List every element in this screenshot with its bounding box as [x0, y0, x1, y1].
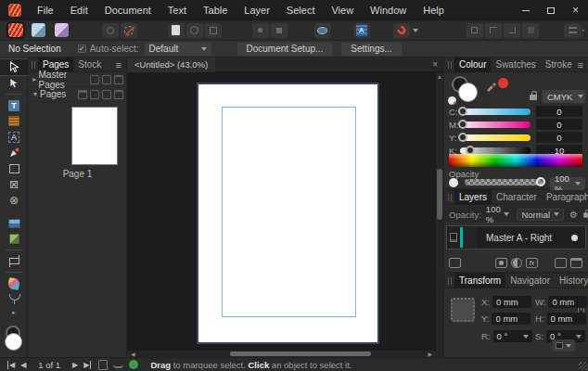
fill-stroke-selector[interactable]	[0, 326, 28, 359]
window-resize-grip[interactable]	[579, 362, 587, 370]
preview-mode-button[interactable]	[314, 23, 331, 38]
delete-page-icon[interactable]	[114, 90, 123, 99]
snapping-options-chevron-icon[interactable]	[413, 29, 418, 32]
black-slider[interactable]	[460, 147, 530, 154]
frame-text-tool[interactable]: T	[0, 97, 28, 113]
tab-character[interactable]: Character	[492, 190, 542, 205]
designer-persona-button[interactable]	[32, 23, 45, 37]
mask-layer-icon[interactable]	[495, 258, 507, 268]
apply-master-icon[interactable]	[78, 90, 87, 99]
w-input[interactable]: 0 mm	[548, 296, 587, 308]
fill-swatch[interactable]	[5, 333, 22, 351]
add-page-icon[interactable]	[90, 90, 99, 99]
sync-icon[interactable]	[113, 362, 123, 368]
table-tool[interactable]	[0, 113, 28, 129]
float-object-button[interactable]	[271, 23, 288, 38]
none-colour-swatch[interactable]	[448, 96, 456, 105]
move-to-front-button[interactable]	[467, 23, 483, 38]
canvas-region[interactable]: <Untitled> (43.0%) × ▲ ◀ ▶	[127, 58, 443, 357]
delete-layer-icon[interactable]	[570, 258, 582, 268]
fill-colour-swatch[interactable]	[458, 83, 478, 102]
layer-settings-gear-icon[interactable]: ⚙	[569, 210, 578, 220]
rotation-centre-button[interactable]	[102, 23, 119, 38]
next-page-button[interactable]: ▶	[72, 361, 78, 369]
cyan-value[interactable]: 0	[536, 106, 582, 117]
menu-table[interactable]: Table	[195, 0, 236, 20]
panel-menu-icon[interactable]: ≡	[116, 59, 121, 70]
minimize-button[interactable]	[513, 0, 538, 20]
duplicate-page-icon[interactable]	[102, 90, 111, 99]
photo-persona-button[interactable]	[55, 23, 69, 37]
preflight-tool[interactable]	[0, 231, 28, 247]
toolbar-overflow-icon[interactable]: ▪	[582, 27, 584, 33]
clipboard-icon[interactable]	[98, 360, 108, 370]
colour-mode-dropdown[interactable]: CMYK	[543, 90, 585, 103]
panel-grip-icon[interactable]	[32, 61, 35, 69]
adjustment-layer-icon[interactable]	[511, 258, 522, 268]
pages-section-row[interactable]: ▾ Pages	[28, 87, 126, 102]
layer-row-master-a-right[interactable]: Master A - Right	[446, 225, 586, 249]
rotation-dropdown[interactable]: 0 °	[493, 330, 532, 342]
publisher-persona-button[interactable]	[8, 23, 22, 37]
cyan-knob[interactable]	[458, 107, 467, 116]
menu-file[interactable]: File	[29, 0, 62, 20]
vertical-scroll-thumb[interactable]	[437, 169, 442, 220]
yellow-slider[interactable]	[460, 134, 530, 141]
magenta-knob[interactable]	[458, 120, 467, 129]
page-1-thumbnail[interactable]	[71, 107, 118, 165]
duplicate-master-icon[interactable]	[102, 75, 111, 84]
preflight-status-icon[interactable]	[129, 360, 138, 369]
menu-text[interactable]: Text	[160, 0, 195, 20]
h-input[interactable]: 0 mm	[547, 313, 586, 325]
menu-layer[interactable]: Layer	[236, 0, 278, 20]
panel-grip-icon[interactable]	[448, 61, 452, 69]
chevron-down-icon[interactable]	[504, 212, 509, 216]
panel-menu-icon[interactable]: ≡	[578, 59, 583, 70]
colour-spectrum-bar[interactable]	[449, 154, 582, 167]
more-tools-button[interactable]: ▸	[0, 307, 28, 318]
opacity-knob[interactable]	[536, 177, 545, 186]
collapse-arrow-icon[interactable]: ▸	[31, 75, 39, 83]
layer-effects-fx-icon[interactable]: fx	[526, 258, 538, 268]
layer-lock-icon[interactable]	[583, 212, 587, 217]
delete-master-icon[interactable]	[114, 75, 123, 84]
document-setup-button[interactable]: Document Setup...	[237, 43, 333, 56]
scroll-up-icon[interactable]: ▲	[437, 74, 442, 80]
expand-arrow-icon[interactable]: ▾	[31, 90, 40, 98]
menu-help[interactable]: Help	[415, 0, 453, 20]
panel-grip-icon[interactable]	[448, 194, 452, 201]
auto-select-checkbox[interactable]: ✓	[78, 45, 86, 53]
tab-paragraph[interactable]: Paragraph	[542, 190, 588, 205]
opacity-slider[interactable]	[465, 179, 543, 186]
last-page-button[interactable]: ▶	[81, 361, 91, 369]
hyperlink-button[interactable]	[186, 23, 203, 38]
edit-all-layers-icon[interactable]	[449, 258, 461, 268]
opacity-noise-toggle[interactable]	[449, 178, 458, 187]
maximize-button[interactable]	[538, 0, 563, 20]
tab-close-icon[interactable]: ×	[432, 59, 438, 70]
node-tool[interactable]	[0, 75, 28, 91]
artistic-text-tool[interactable]: A	[0, 129, 28, 145]
magenta-value[interactable]: 0	[536, 119, 582, 130]
scroll-left-icon[interactable]: ◀	[131, 351, 135, 357]
colour-lock-icon[interactable]	[530, 95, 537, 100]
scroll-right-icon[interactable]: ▶	[428, 351, 432, 357]
x-input[interactable]: 0 mm	[492, 296, 531, 308]
place-image-tool[interactable]	[0, 215, 28, 231]
document-tab[interactable]: <Untitled> (43.0%)	[127, 58, 215, 72]
menu-window[interactable]: Window	[362, 0, 415, 20]
rectangle-tool[interactable]	[0, 160, 28, 176]
add-layer-icon[interactable]	[555, 258, 567, 268]
tab-colour[interactable]: Colour	[454, 58, 491, 72]
master-pages-section-row[interactable]: ▸ Master Pages	[28, 72, 126, 87]
move-tool[interactable]	[0, 59, 28, 75]
first-page-button[interactable]: ◀	[7, 361, 18, 369]
move-forward-button[interactable]	[485, 23, 502, 38]
blend-mode-dropdown[interactable]: Normal	[517, 209, 564, 221]
menu-edit[interactable]: Edit	[62, 0, 96, 20]
magenta-slider[interactable]	[460, 122, 530, 128]
document-page[interactable]	[197, 83, 379, 344]
paste-master-icon[interactable]	[90, 75, 99, 84]
anchor-point-selector[interactable]	[451, 298, 475, 322]
horizontal-scrollbar[interactable]: ◀ ▶	[127, 351, 443, 357]
